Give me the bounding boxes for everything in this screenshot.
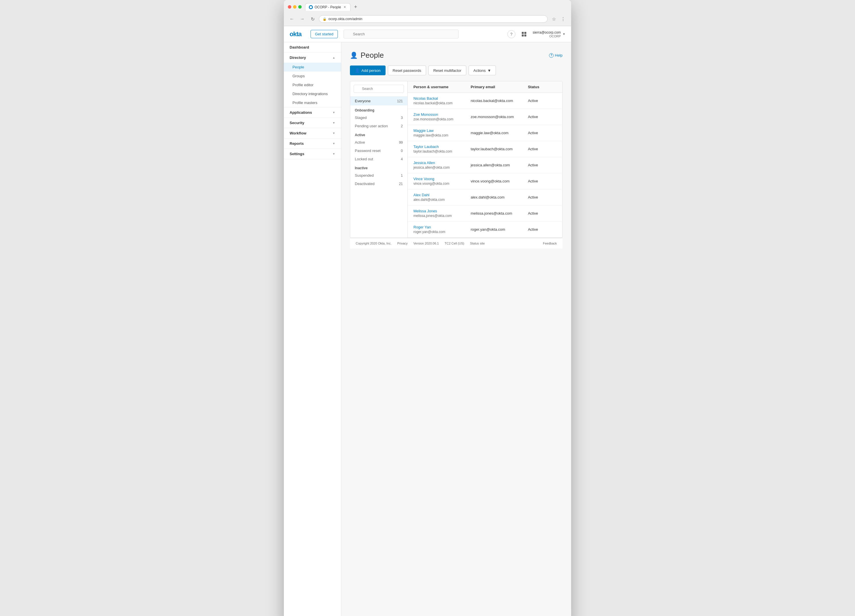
sidebar-item-reports[interactable]: Reports ▼ [284,138,341,149]
sidebar-dashboard-section: Dashboard [284,42,341,52]
sidebar-security-section: Security ▼ [284,118,341,128]
sidebar-applications-section: Applications ▼ [284,107,341,118]
person-name-link[interactable]: Nicolas Backal [414,96,470,101]
person-cell: Zoe Monosson zoe.monosson@okta.com [414,112,470,121]
col-person-username: Person & username [414,85,470,89]
filter-deactivated[interactable]: Deactivated 21 [350,179,408,188]
person-cell: Melissa Jones melissa.jones@okta.com [414,209,470,218]
star-button[interactable]: ☆ [550,15,558,23]
sidebar-sub-item-groups[interactable]: Groups [284,72,341,80]
person-name-link[interactable]: Taylor Laubach [414,144,470,149]
person-status: Active [528,129,556,137]
person-status: Active [528,112,556,121]
filter-onboarding-header: Onboarding [350,106,408,113]
grid-icon[interactable] [520,30,528,38]
search-input[interactable] [343,29,458,38]
sidebar-item-applications[interactable]: Applications ▼ [284,107,341,118]
sidebar-sub-item-people[interactable]: People [284,63,341,72]
user-menu[interactable]: sierra@ocorp.com OCORP ▼ [533,31,565,38]
table-row: Maggie Law maggie.law@okta.com maggie.la… [408,125,562,141]
person-email: roger.yan@okta.com [470,225,528,234]
actions-button[interactable]: Actions ▼ [469,66,496,75]
footer-privacy-link[interactable]: Privacy [397,242,408,245]
filter-everyone[interactable]: Everyone 121 [350,97,408,106]
person-name-link[interactable]: Jessica Allen [414,161,470,165]
table-row: Jessica Allen jessica.allen@okta.com jes… [408,157,562,173]
person-cell: Maggie Law maggie.law@okta.com [414,129,470,137]
person-name-link[interactable]: Maggie Law [414,129,470,133]
browser-window: OCORP - People ✕ + ← → ↻ 🔒 ocorp.okta.co… [284,0,571,616]
sidebar-sub-item-profile-masters[interactable]: Profile masters [284,98,341,107]
filter-suspended[interactable]: Suspended 1 [350,171,408,179]
workflow-chevron-icon: ▼ [332,132,335,135]
browser-tab-active[interactable]: OCORP - People ✕ [305,3,351,11]
back-button[interactable]: ← [288,15,296,23]
table-body: Nicolas Backal nicolas.backal@okta.com n… [408,93,562,238]
person-name-link[interactable]: Melissa Jones [414,209,470,213]
person-username: zoe.monosson@okta.com [414,117,470,121]
sidebar-item-directory[interactable]: Directory ▲ [284,52,341,63]
applications-chevron-icon: ▼ [332,111,335,114]
person-name-link[interactable]: Vince Voong [414,177,470,181]
url-bar[interactable]: 🔒 ocorp.okta.com/admin [319,15,548,23]
tab-title: OCORP - People [314,5,341,9]
forward-button[interactable]: → [298,15,306,23]
help-link[interactable]: ? Help [549,53,562,58]
footer-status-link[interactable]: Status site [470,242,485,245]
tab-favicon [309,5,313,9]
sidebar-item-settings[interactable]: Settings ▼ [284,149,341,159]
person-icon: 👤 [350,52,358,59]
add-person-button[interactable]: 👤 Add person [350,66,386,75]
security-chevron-icon: ▼ [332,121,335,124]
main-content: 👤 People ? Help 👤 Add person Reset passw… [341,42,571,616]
footer-cell: TC2 Cell (US) [444,242,464,245]
sidebar-directory-section: Directory ▲ People Groups Profile editor… [284,52,341,107]
filter-active[interactable]: Active 99 [350,138,408,147]
reset-multifactor-button[interactable]: Reset multifactor [428,66,466,75]
person-status: Active [528,193,556,202]
filter-pending[interactable]: Pending user action 2 [350,122,408,130]
close-dot[interactable] [288,5,291,9]
topnav-right: ? sierra@ocorp.com OCORP ▼ [507,30,565,38]
user-email: sierra@ocorp.com [533,31,561,34]
person-username: alex.dahl@okta.com [414,198,470,202]
sidebar-sub-item-profile-editor[interactable]: Profile editor [284,80,341,89]
sidebar-reports-section: Reports ▼ [284,138,341,149]
person-username: roger.yan@okta.com [414,230,470,234]
filter-search-wrapper: 🔍 [354,85,404,93]
person-name-link[interactable]: Zoe Monosson [414,112,470,116]
filter-staged[interactable]: Staged 3 [350,113,408,122]
tab-close-button[interactable]: ✕ [343,5,347,9]
table-row: Alex Dahl alex.dahl@okta.com alex.dahl@o… [408,189,562,205]
maximize-dot[interactable] [298,5,302,9]
sidebar-item-dashboard[interactable]: Dashboard [284,42,341,52]
person-status: Active [528,177,556,185]
minimize-dot[interactable] [293,5,296,9]
search-wrapper: 🔍 [343,29,458,38]
filter-search-input[interactable] [354,85,404,93]
person-username: jessica.allen@okta.com [414,165,470,170]
new-tab-button[interactable]: + [352,3,360,11]
person-cell: Vince Voong vince.voong@okta.com [414,177,470,185]
person-email: taylor.laubach@okta.com [470,144,528,153]
reset-passwords-button[interactable]: Reset passwords [388,66,426,75]
table-header: Person & username Primary email Status [408,81,562,93]
page-header: 👤 People ? Help [350,51,562,60]
app-footer: Copyright 2020 Okta, Inc. Privacy Versio… [350,238,562,248]
help-icon[interactable]: ? [507,30,515,38]
footer-feedback-link[interactable]: Feedback [543,242,557,245]
sidebar: Dashboard Directory ▲ People Groups Prof… [284,42,341,616]
menu-button[interactable]: ⋮ [559,15,567,23]
sidebar-sub-item-directory-integrations[interactable]: Directory integrations [284,89,341,98]
person-status: Active [528,209,556,218]
refresh-button[interactable]: ↻ [308,15,317,23]
app-topnav: okta Get started 🔍 ? sierra@ocorp.co [284,26,571,42]
get-started-button[interactable]: Get started [311,30,337,38]
filter-password-reset[interactable]: Password reset 0 [350,147,408,155]
person-name-link[interactable]: Roger Yan [414,225,470,229]
filter-locked-out[interactable]: Locked out 4 [350,155,408,163]
sidebar-item-security[interactable]: Security ▼ [284,118,341,128]
person-name-link[interactable]: Alex Dahl [414,193,470,197]
footer-version: Version 2020.06.1 [414,242,439,245]
sidebar-item-workflow[interactable]: Workflow ▼ [284,128,341,138]
